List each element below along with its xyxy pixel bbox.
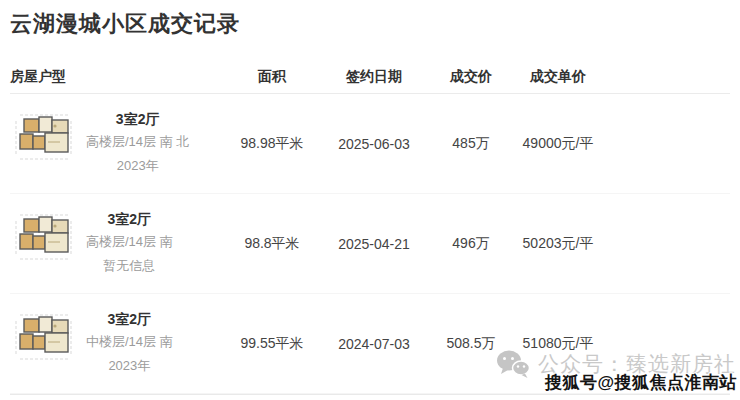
footer-bar: 查看全部成交记录 [10, 394, 730, 400]
house-year: 2023年 [86, 356, 173, 376]
unit-price-value: 49000元/平 [511, 135, 605, 153]
house-floor-info: 高楼层/14层 南 [86, 232, 173, 252]
house-cell: 3室2厅 中楼层/14层 南 2023年 [10, 311, 227, 376]
house-floor-info: 中楼层/14层 南 [86, 332, 173, 352]
unit-price-value: 51080元/平 [511, 335, 605, 353]
house-year: 2023年 [86, 156, 189, 176]
transaction-records-panel: 云湖漫城小区成交记录 房屋户型 面积 签约日期 成交价 成交单价 [0, 12, 740, 400]
price-value: 485万 [431, 135, 511, 153]
house-info: 3室2厅 中楼层/14层 南 2023年 [86, 311, 173, 376]
sign-date-value: 2025-06-03 [317, 136, 431, 152]
house-type: 3室2厅 [86, 211, 173, 228]
column-header-area: 面积 [227, 68, 317, 86]
column-header-house-type: 房屋户型 [10, 68, 227, 86]
house-type: 3室2厅 [86, 311, 173, 328]
house-cell: 3室2厅 高楼层/14层 南 暂无信息 [10, 211, 227, 276]
floorplan-thumbnail[interactable] [10, 211, 76, 263]
sign-date-value: 2025-04-21 [317, 236, 431, 252]
table-header-row: 房屋户型 面积 签约日期 成交价 成交单价 [10, 68, 730, 94]
house-type: 3室2厅 [86, 111, 189, 128]
table-row[interactable]: 3室2厅 高楼层/14层 南 北 2023年 98.98平米 2025-06-0… [10, 94, 730, 194]
column-header-sign-date: 签约日期 [317, 68, 431, 86]
unit-price-value: 50203元/平 [511, 235, 605, 253]
area-value: 99.55平米 [227, 335, 317, 353]
house-cell: 3室2厅 高楼层/14层 南 北 2023年 [10, 111, 227, 176]
page-title: 云湖漫城小区成交记录 [10, 12, 730, 36]
house-info: 3室2厅 高楼层/14层 南 北 2023年 [86, 111, 189, 176]
column-header-unit-price: 成交单价 [511, 68, 605, 86]
table-row[interactable]: 3室2厅 中楼层/14层 南 2023年 99.55平米 2024-07-03 … [10, 294, 730, 394]
area-value: 98.98平米 [227, 135, 317, 153]
house-floor-info: 高楼层/14层 南 北 [86, 132, 189, 152]
floorplan-thumbnail[interactable] [10, 111, 76, 163]
area-value: 98.8平米 [227, 235, 317, 253]
column-header-price: 成交价 [431, 68, 511, 86]
floorplan-thumbnail[interactable] [10, 311, 76, 363]
sign-date-value: 2024-07-03 [317, 336, 431, 352]
price-value: 496万 [431, 235, 511, 253]
price-value: 508.5万 [431, 335, 511, 353]
table-row[interactable]: 3室2厅 高楼层/14层 南 暂无信息 98.8平米 2025-04-21 49… [10, 194, 730, 294]
house-year: 暂无信息 [86, 256, 173, 276]
house-info: 3室2厅 高楼层/14层 南 暂无信息 [86, 211, 173, 276]
